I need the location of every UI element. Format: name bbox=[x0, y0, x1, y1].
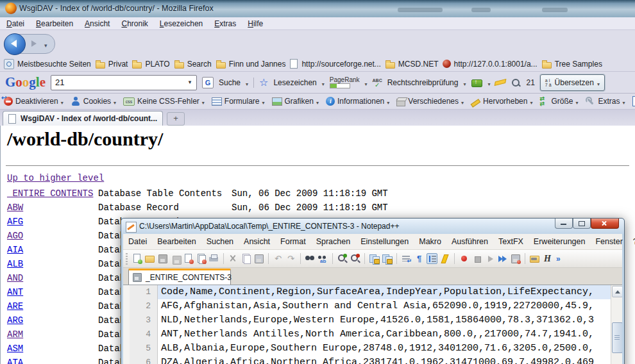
html-export-icon[interactable]: H bbox=[542, 253, 553, 264]
history-dropdown-icon[interactable]: ▾ bbox=[44, 42, 47, 49]
indent-guide-icon[interactable] bbox=[427, 253, 437, 264]
macro-record-icon[interactable] bbox=[459, 253, 470, 264]
menu-extras[interactable]: Extras bbox=[214, 19, 236, 28]
bookmark-folder-search[interactable]: Search bbox=[174, 60, 212, 69]
print-icon[interactable] bbox=[208, 253, 219, 264]
bookmark-margin[interactable] bbox=[123, 327, 130, 342]
devbar-css[interactable]: cssKeine CSS-Fehler bbox=[123, 95, 205, 107]
spellcheck-icon[interactable]: ABC✓ bbox=[373, 78, 382, 87]
spellcheck-button[interactable]: Rechtschreibprüfung bbox=[387, 78, 459, 87]
doc-switcher-icon[interactable] bbox=[529, 253, 540, 264]
maximize-button[interactable] bbox=[573, 219, 591, 229]
google-g-icon[interactable]: G bbox=[202, 77, 214, 88]
forward-button[interactable] bbox=[31, 40, 37, 47]
dir-entry-link[interactable]: ASM bbox=[7, 343, 23, 354]
sync-horizontal-icon[interactable] bbox=[382, 253, 393, 264]
new-file-icon[interactable] bbox=[131, 253, 142, 264]
dir-entry-link[interactable]: AIA bbox=[7, 245, 23, 255]
bookmark-localhost-8001[interactable]: http://127.0.0.1:8001/a... bbox=[443, 60, 538, 69]
devbar-deaktivieren[interactable]: Deaktivieren bbox=[4, 95, 64, 107]
back-button[interactable] bbox=[4, 33, 26, 55]
bookmark-folder-finn-und-jannes[interactable]: Finn und Jannes bbox=[216, 60, 286, 69]
macro-run-multiple-icon[interactable] bbox=[497, 253, 508, 264]
dir-entry-link[interactable]: ANT bbox=[7, 287, 23, 297]
sync-vertical-icon[interactable] bbox=[369, 253, 380, 264]
menu-lesezeichen[interactable]: Lesezeichen bbox=[160, 19, 203, 28]
notepad-titlebar[interactable]: C:\Users\Martin\AppData\Local\Temp\_ENTI… bbox=[121, 219, 624, 234]
dir-entry-link[interactable]: AND bbox=[7, 273, 23, 283]
npp-menu-ansicht[interactable]: Ansicht bbox=[244, 237, 270, 246]
menu-bearbeiten[interactable]: Bearbeiten bbox=[36, 19, 73, 28]
dir-entry-link[interactable]: ARE bbox=[7, 301, 23, 311]
chevron-down-icon[interactable] bbox=[246, 77, 248, 88]
devbar-verschiedenes[interactable]: Verschiedenes bbox=[396, 95, 464, 107]
chevron-down-icon[interactable] bbox=[463, 77, 466, 88]
devbar-informationen[interactable]: Informationen bbox=[326, 95, 389, 107]
npp-menu-einstellungen[interactable]: Einstellungen bbox=[360, 237, 409, 246]
line-text[interactable]: Code,Name,Continent,Region,SurfaceArea,I… bbox=[158, 285, 611, 299]
dir-entry-link[interactable]: ALB bbox=[7, 259, 23, 269]
devbar-formulare[interactable]: Formulare bbox=[212, 95, 265, 107]
tab-wsgidav[interactable]: WsgiDAV - Index of /world-db/count... bbox=[3, 111, 163, 126]
close-button[interactable] bbox=[591, 219, 619, 229]
bookmark-folder-mcsd[interactable]: MCSD.NET bbox=[385, 60, 439, 69]
devbar-extras[interactable]: Extras bbox=[585, 95, 625, 107]
bookmark-margin[interactable] bbox=[123, 356, 130, 364]
toolbar-overflow-chevron[interactable]: » bbox=[556, 254, 561, 263]
menu-hilfe[interactable]: Hilfe bbox=[248, 19, 263, 28]
send-to-icon[interactable] bbox=[471, 78, 482, 87]
npp-menu-format[interactable]: Format bbox=[280, 237, 306, 246]
npp-menu-datei[interactable]: Datei bbox=[128, 237, 147, 246]
zoom-out-icon[interactable] bbox=[350, 253, 360, 264]
chevron-down-icon[interactable] bbox=[365, 77, 368, 88]
bookmark-margin[interactable] bbox=[123, 342, 130, 356]
up-to-higher-level-link[interactable]: Up to higher level bbox=[7, 173, 104, 183]
bookmark-folder-plato[interactable]: PLATO bbox=[131, 60, 169, 69]
zoom-in-icon[interactable] bbox=[337, 253, 348, 264]
npp-menu-makro[interactable]: Makro bbox=[419, 237, 441, 246]
replace-icon[interactable]: ab bbox=[318, 253, 328, 264]
bookmark-margin[interactable] bbox=[123, 313, 130, 327]
translate-button[interactable]: a i7 ä Übersetzen bbox=[540, 74, 605, 91]
bookmark-folder-tree-samples[interactable]: Tree Samples bbox=[541, 60, 602, 69]
bookmark-folder-privat[interactable]: Privat bbox=[95, 60, 128, 69]
word-find-icon[interactable] bbox=[511, 78, 521, 88]
line-text[interactable]: ANT,Netherlands Antilles,North America,C… bbox=[158, 327, 611, 342]
editor-area[interactable]: 1Code,Name,Continent,Region,SurfaceArea,… bbox=[123, 285, 622, 364]
bookmark-most-visited[interactable]: Meistbesuchte Seiten bbox=[4, 59, 91, 69]
npp-menu-erweiterungen[interactable]: Erweiterungen bbox=[534, 237, 586, 246]
open-file-icon[interactable] bbox=[144, 253, 155, 264]
tab-entire-contents[interactable]: _ENTIRE_CONTENTS-3 bbox=[128, 269, 231, 285]
bookmark-sourceforge[interactable]: http://sourceforge.net... bbox=[289, 59, 380, 69]
dir-entry-link[interactable]: ABW bbox=[7, 203, 23, 213]
npp-menu-bearbeiten[interactable]: Bearbeiten bbox=[157, 237, 196, 246]
bookmark-margin[interactable] bbox=[123, 299, 130, 313]
show-all-characters-icon[interactable]: ¶ bbox=[414, 253, 425, 264]
scrollbar-thumb[interactable] bbox=[612, 322, 622, 353]
menu-datei[interactable]: Datei bbox=[6, 19, 24, 28]
devbar-groesse[interactable]: ⇄⇄Größe bbox=[539, 95, 578, 107]
line-text[interactable]: DZA,Algeria,Africa,Northern Africa,23817… bbox=[158, 356, 611, 364]
bookmark-margin[interactable] bbox=[123, 285, 130, 299]
devbar-grafiken[interactable]: Grafiken bbox=[272, 95, 319, 107]
dir-entry-link[interactable]: ARG bbox=[7, 315, 23, 326]
menu-chronik[interactable]: Chronik bbox=[121, 19, 148, 28]
google-search-button[interactable]: Suche bbox=[219, 78, 241, 87]
chevron-down-icon[interactable] bbox=[487, 77, 490, 88]
close-file-icon[interactable] bbox=[183, 253, 194, 264]
close-all-icon[interactable] bbox=[196, 253, 207, 264]
bookmarks-star-icon[interactable]: ☆ bbox=[259, 78, 268, 88]
dir-entry-link[interactable]: AFG bbox=[7, 217, 23, 227]
pagerank-widget[interactable]: PageRank bbox=[330, 77, 360, 88]
devbar-hervorheben[interactable]: Hervorheben bbox=[471, 95, 532, 107]
menu-ansicht[interactable]: Ansicht bbox=[85, 19, 110, 28]
devbar-cookies[interactable]: Cookies bbox=[71, 95, 116, 107]
new-tab-button[interactable]: + bbox=[167, 112, 185, 126]
npp-menu-ausfuehren[interactable]: Ausführen bbox=[452, 237, 488, 246]
highlighter-icon[interactable] bbox=[495, 79, 507, 86]
dir-entry-link[interactable]: _ENTIRE_CONTENTS bbox=[7, 188, 93, 199]
word-wrap-icon[interactable] bbox=[401, 253, 412, 264]
dir-entry-link[interactable]: AGO bbox=[7, 231, 23, 241]
editor-scrollbar[interactable] bbox=[611, 285, 622, 364]
find-icon[interactable] bbox=[305, 253, 316, 264]
